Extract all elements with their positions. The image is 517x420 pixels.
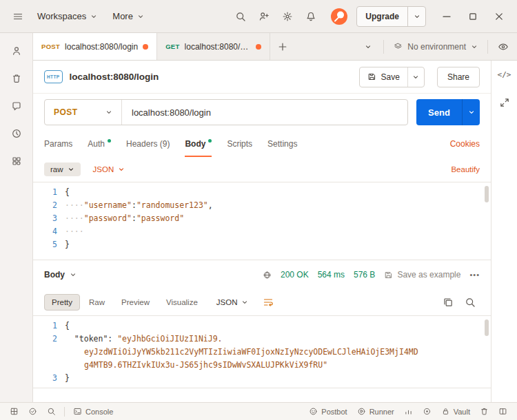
postbot-button[interactable]: Postbot [305, 403, 351, 420]
code-content: ···· [65, 225, 491, 238]
request-tabbar: POST localhost:8080/login GET localhost:… [33, 33, 517, 61]
request-tab-settings[interactable]: Settings [267, 131, 297, 157]
response-body-label: Body [44, 270, 65, 280]
postbot-icon [309, 407, 318, 416]
connection-status-icon[interactable] [24, 403, 41, 420]
agent-icon[interactable] [418, 403, 436, 420]
save-label: Save [381, 72, 400, 82]
expand-pane-icon[interactable] [494, 92, 516, 114]
method-dropdown[interactable]: POST [45, 100, 122, 125]
line-number: 5 [33, 238, 65, 251]
search-response-icon[interactable] [460, 293, 480, 312]
request-body-editor[interactable]: 1{2····"username":"randomuser123",3····"… [33, 182, 491, 260]
hamburger-menu-icon[interactable] [7, 6, 29, 28]
panel-grid-icon[interactable] [6, 403, 23, 420]
more-menu[interactable]: More [105, 7, 151, 25]
code-content: } [65, 238, 491, 251]
invite-user-icon[interactable] [253, 6, 275, 28]
more-actions-icon[interactable]: ••• [469, 271, 480, 279]
editor-scrollbar[interactable] [485, 186, 489, 202]
save-as-example-button[interactable]: Save as example [384, 270, 460, 280]
save-button[interactable]: Save [360, 67, 407, 87]
code-line: 2····"username":"randomuser123", [33, 199, 491, 212]
minimize-window-button[interactable] [436, 6, 458, 28]
maximize-window-button[interactable] [462, 6, 484, 28]
new-tab-plus-icon[interactable] [273, 37, 292, 56]
proxy-icon[interactable] [400, 403, 417, 420]
comment-icon[interactable] [3, 92, 30, 120]
trash-icon[interactable] [476, 403, 493, 420]
copy-icon[interactable] [438, 293, 458, 312]
tab-get-hello[interactable]: GET localhost:8080/hello?To [157, 33, 270, 60]
editor-scrollbar[interactable] [485, 319, 489, 336]
runner-button[interactable]: Runner [353, 403, 398, 420]
http-badge: HTTP [44, 70, 63, 83]
tab-label: Headers (9) [126, 139, 170, 149]
body-format-row: raw JSON Beautify [33, 157, 491, 182]
response-view-tabs: PrettyRawPreviewVisualize [44, 294, 205, 311]
tab-label: Scripts [227, 139, 252, 149]
response-body-editor[interactable]: 1{2 "token": "eyJhbGciOiJIUzI1NiJ9.eyJzd… [33, 315, 491, 388]
request-tab-params[interactable]: Params [44, 131, 72, 157]
request-title: localhost:8080/login [70, 72, 159, 82]
response-view-tab-visualize[interactable]: Visualize [159, 294, 205, 311]
user-icon[interactable] [3, 37, 30, 65]
tab-label: Body [185, 139, 205, 149]
tab-title: localhost:8080/login [65, 42, 138, 52]
url-input[interactable]: localhost:8080/login [122, 100, 407, 125]
response-toolbar: PrettyRawPreviewVisualize JSON [33, 289, 491, 315]
split-pane-icon[interactable] [494, 403, 511, 420]
body-type-label: raw [50, 165, 63, 174]
body-language-dropdown[interactable]: JSON [93, 165, 125, 174]
vault-button[interactable]: Vault [437, 403, 474, 420]
request-tab-headers-9[interactable]: Headers (9) [126, 131, 170, 157]
code-content: { [65, 319, 491, 333]
postman-logo [330, 8, 348, 25]
wrap-lines-icon[interactable] [259, 293, 277, 311]
tab-method: GET [165, 43, 179, 50]
response-view-tab-pretty[interactable]: Pretty [44, 294, 80, 311]
tab-list-chevron-icon[interactable] [357, 36, 379, 58]
search-icon[interactable] [230, 6, 252, 28]
line-number: 1 [33, 319, 65, 333]
tab-label: Params [44, 139, 72, 149]
request-tab-auth[interactable]: Auth [88, 131, 111, 157]
beautify-link[interactable]: Beautify [451, 165, 480, 174]
blocks-icon[interactable] [3, 147, 30, 175]
chevron-down-icon [471, 43, 478, 50]
code-line: 1{ [33, 319, 491, 333]
window-controls [436, 6, 510, 28]
environment-selector[interactable]: No environment [388, 42, 483, 52]
workspaces-menu[interactable]: Workspaces [30, 7, 104, 25]
close-window-button[interactable] [488, 6, 510, 28]
response-format-dropdown[interactable]: JSON [216, 298, 249, 306]
history-icon[interactable] [3, 120, 30, 147]
find-icon[interactable] [43, 403, 60, 420]
body-type-dropdown[interactable]: raw [44, 162, 81, 176]
tab-post-login[interactable]: POST localhost:8080/login [33, 33, 157, 60]
console-button[interactable]: Console [69, 403, 117, 420]
trash-icon[interactable] [3, 65, 30, 92]
more-label: More [112, 11, 133, 21]
upgrade-button[interactable]: Upgrade [356, 6, 426, 27]
save-options-caret[interactable] [407, 67, 424, 87]
notifications-bell-icon[interactable] [300, 6, 322, 28]
send-options-caret[interactable] [462, 99, 480, 125]
environment-quick-look-icon[interactable] [492, 36, 514, 58]
upgrade-caret[interactable] [407, 7, 425, 26]
main-column: POST localhost:8080/login GET localhost:… [33, 33, 517, 402]
settings-gear-icon[interactable] [276, 6, 298, 28]
response-view-tab-raw[interactable]: Raw [81, 294, 112, 311]
request-tab-scripts[interactable]: Scripts [227, 131, 252, 157]
right-rail: </> [491, 61, 517, 402]
send-button[interactable]: Send [416, 99, 462, 125]
code-snippet-icon[interactable]: </> [498, 70, 511, 79]
chevron-down-icon [70, 271, 77, 278]
cookies-link[interactable]: Cookies [450, 139, 480, 149]
response-body-dropdown[interactable]: Body [44, 270, 77, 280]
request-tab-body[interactable]: Body [185, 131, 212, 157]
share-button[interactable]: Share [437, 67, 480, 87]
workspaces-label: Workspaces [37, 11, 86, 21]
response-view-tab-preview[interactable]: Preview [114, 294, 157, 311]
network-globe-icon[interactable] [263, 271, 272, 280]
